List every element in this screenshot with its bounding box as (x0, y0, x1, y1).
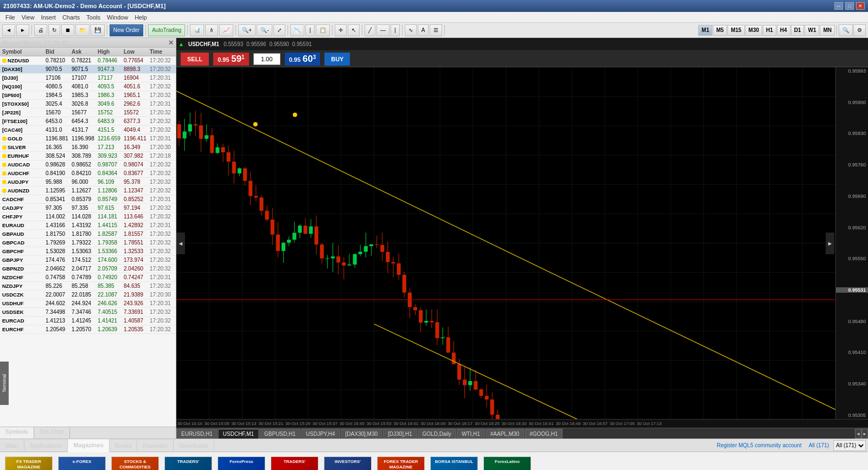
minimize-button[interactable]: ─ (834, 2, 843, 10)
market-watch-row[interactable]: USDSEK 7.34498 7.34746 7.40515 7.33691 1… (0, 308, 176, 317)
sym-tab-goog[interactable]: #GOOG,H1 (525, 429, 563, 439)
lot-input[interactable] (253, 53, 280, 65)
new-order-button[interactable]: New Order (110, 24, 143, 36)
market-watch-close[interactable]: ✕ (168, 39, 174, 47)
tf-h4[interactable]: H4 (777, 25, 790, 36)
tb-period-sep[interactable]: | (305, 24, 315, 36)
tab-books[interactable]: Books (110, 439, 138, 452)
market-watch-row[interactable]: [JP225] 15670 15677 15752 15572 17:20:32 (0, 108, 176, 117)
tb-zoom-in[interactable]: 🔍+ (238, 24, 256, 36)
market-watch-row[interactable]: NZDUSD 0.78210 0.78221 0.78446 0.77654 1… (0, 56, 176, 65)
tf-m30[interactable]: M30 (745, 25, 762, 36)
menu-tools[interactable]: Tools (83, 13, 104, 22)
tb-indicators[interactable]: 📉 (290, 24, 304, 36)
tf-w1[interactable]: W1 (805, 25, 819, 36)
window-controls[interactable]: ─ □ ✕ (834, 2, 865, 10)
market-watch-row[interactable]: [SP500] 1984.5 1985.3 1986.3 1965.1 17:2… (0, 91, 176, 100)
magazine-item[interactable]: BORSA ISTANBUL Borsa Istanbu... 2014/10 (430, 456, 478, 470)
market-watch-row[interactable]: AUDNZD 1.12595 1.12627 1.12806 1.12347 1… (0, 186, 176, 195)
market-watch-row[interactable]: NZDJPY 85.226 85.258 85.385 84.635 17:20… (0, 282, 176, 291)
tf-d1[interactable]: D1 (791, 25, 805, 36)
menu-insert[interactable]: Insert (37, 13, 59, 22)
sym-tab-wti[interactable]: WTI,H1 (457, 429, 485, 439)
sym-tab-eurusd[interactable]: EURUSD,H1 (176, 429, 218, 439)
tb-hline[interactable]: — (376, 24, 390, 36)
tb-zoom-out[interactable]: 🔍- (257, 24, 272, 36)
buy-button[interactable]: BUY (324, 53, 350, 66)
sell-button[interactable]: SELL (181, 53, 209, 66)
tick-chart-tab[interactable]: Tick Chart (34, 427, 70, 439)
tabs-scroll-right[interactable]: ► (861, 429, 868, 439)
tf-m1[interactable]: M1 (698, 25, 712, 36)
magazine-item[interactable]: ForexLatino ForexLatino M... 2014/10 (483, 456, 532, 470)
magazine-item[interactable]: e-FOREX e-Forex 2014/07 (58, 456, 106, 470)
market-watch-row[interactable]: CHFJPY 114.002 114.028 114.181 113.646 1… (0, 213, 176, 221)
tb-text[interactable]: A (418, 24, 429, 36)
sym-tab-usdchf[interactable]: USDCHF,M1 (218, 429, 259, 439)
close-button[interactable]: ✕ (856, 2, 865, 10)
tb-chart-line[interactable]: 📈 (219, 24, 233, 36)
tb-more-tools[interactable]: ☰ (430, 24, 442, 36)
tb-refresh[interactable]: ↻ (48, 24, 60, 36)
market-watch-row[interactable]: NZDCHF 0.74758 0.74789 0.74920 0.74247 1… (0, 273, 176, 282)
market-watch-row[interactable]: EURCAD 1.41213 1.41245 1.41421 1.40587 1… (0, 317, 176, 325)
market-watch-row[interactable]: GBPCAD 1.79269 1.79322 1.79358 1.78551 1… (0, 239, 176, 247)
tb-stop[interactable]: ⏹ (61, 24, 74, 36)
tb-print[interactable]: 🖨 (34, 24, 47, 36)
tf-m5[interactable]: M5 (713, 25, 727, 36)
tab-magazines[interactable]: Magazines (68, 439, 110, 452)
tb-forward[interactable]: ► (16, 24, 29, 36)
tb-settings[interactable]: ⚙ (853, 24, 866, 36)
tf-m15[interactable]: M15 (727, 25, 744, 36)
magazine-item[interactable]: FX TRADER MAGAZINE FX Trader Ma... 2014/… (4, 456, 53, 470)
market-watch-row[interactable]: GBPJPY 174.476 174.512 174.600 173.974 1… (0, 256, 176, 265)
tb-open[interactable]: 📁 (75, 24, 90, 36)
chart-scroll-left[interactable]: ◄ (176, 233, 185, 254)
market-watch-row[interactable]: [DJ30] 17106 17107 17117 16904 17:20:31 (0, 74, 176, 82)
maximize-button[interactable]: □ (845, 2, 854, 10)
chart-scroll-right[interactable]: ► (826, 233, 834, 254)
terminal-strip[interactable]: Terminal (0, 362, 9, 405)
tf-mn[interactable]: MN (820, 25, 835, 36)
market-watch-row[interactable]: GOLD 1196.881 1196.998 1216.659 1196.411… (0, 134, 176, 143)
market-watch-row[interactable]: [FTSE100] 6453.0 6454.3 6483.9 6377.3 17… (0, 117, 176, 126)
magazine-item[interactable]: TRADERS' TRADERS' DE 2014/11 (164, 456, 213, 470)
tab-applications[interactable]: Applications (24, 439, 68, 452)
auto-trading-button[interactable]: AutoTrading (148, 24, 185, 36)
market-watch-row[interactable]: CADJPY 97.305 97.335 97.615 97.194 17:20… (0, 204, 176, 213)
magazine-item[interactable]: TRADERS' TRADERS' Italy 2014/09 (270, 456, 319, 470)
sym-tab-gbpusd[interactable]: GBPUSD,H1 (259, 429, 301, 439)
market-watch-row[interactable]: GBPCHF 1.53028 1.53063 1.53366 1.32533 1… (0, 247, 176, 256)
market-watch-row[interactable]: EURCHF 1.20549 1.20570 1.20639 1.20535 1… (0, 325, 176, 334)
sym-tab-usdjpy[interactable]: USDJPY,H4 (301, 429, 340, 439)
register-mql5-link[interactable]: Register MQL5 community account All (171… (712, 441, 833, 449)
menu-view[interactable]: View (18, 13, 38, 22)
menu-help[interactable]: Help (131, 13, 150, 22)
magazine-item[interactable]: INVESTORS' INVESTORS' 2014/09 (323, 456, 372, 470)
tabs-scroll-left[interactable]: ◄ (855, 429, 861, 439)
market-watch-row[interactable]: SILVER 16.365 16.390 17.213 16.349 17:20… (0, 143, 176, 152)
symbols-tab[interactable]: Symbols (0, 427, 34, 439)
market-watch-row[interactable]: USDHUF 244.602 244.924 246.626 243.926 1… (0, 299, 176, 308)
sym-tab-aapl[interactable]: #AAPL,M30 (486, 429, 524, 439)
chart-canvas[interactable]: 0.95993 0.95900 0.95830 0.95760 0.95690 … (176, 67, 868, 419)
menu-window[interactable]: Window (104, 13, 131, 22)
tab-downloads[interactable]: Downloads (174, 439, 214, 452)
market-watch-row[interactable]: EURAUD 1.43166 1.43192 1.44115 1.42892 1… (0, 221, 176, 230)
tb-search[interactable]: 🔍 (839, 24, 853, 36)
tb-vline[interactable]: | (391, 24, 400, 36)
tb-save[interactable]: 💾 (91, 24, 105, 36)
market-watch-row[interactable]: AUDCHF 0.84190 0.84210 0.84364 0.83677 1… (0, 169, 176, 178)
market-watch-row[interactable]: GBPAUD 1.81750 1.81780 1.82587 1.81557 1… (0, 230, 176, 239)
menu-charts[interactable]: Charts (59, 13, 83, 22)
sym-tab-gold[interactable]: GOLD,Daily (418, 429, 456, 439)
tab-main[interactable]: Main (0, 439, 24, 452)
market-watch-row[interactable]: [STOXX50] 3025.4 3026.8 3049.6 2962.6 17… (0, 100, 176, 108)
market-watch-row[interactable]: GBPNZD 2.04662 2.04717 2.05709 2.04260 1… (0, 265, 176, 273)
magazine-item[interactable]: ForexPress ForexPress 2014/04 (217, 456, 266, 470)
tb-back[interactable]: ◄ (2, 24, 15, 36)
tb-line[interactable]: ╱ (365, 24, 375, 36)
tb-template[interactable]: 📋 (316, 24, 330, 36)
tb-fib[interactable]: ∿ (405, 24, 417, 36)
market-watch-row[interactable]: [NQ100] 4080.5 4081.0 4093.5 4051.6 17:2… (0, 82, 176, 91)
